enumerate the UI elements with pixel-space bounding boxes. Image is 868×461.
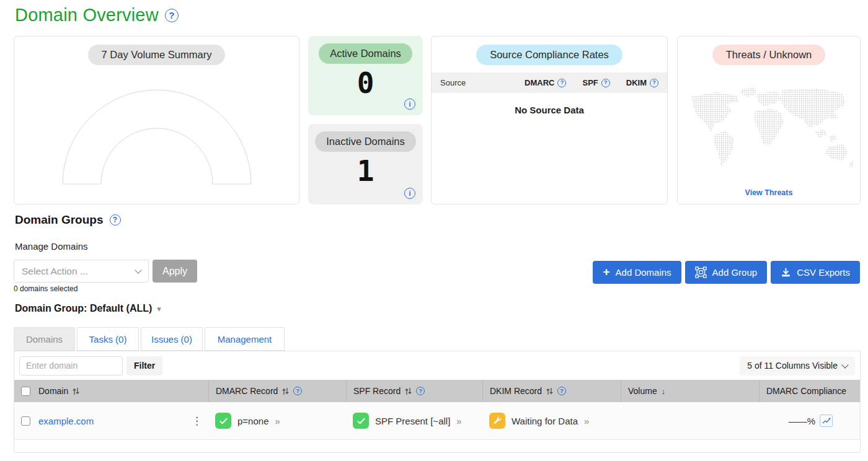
domain-groups-title: Domain Groups: [15, 213, 104, 227]
csv-exports-button[interactable]: CSV Exports: [771, 261, 860, 284]
header-dkim-record[interactable]: DKIM Record ?: [482, 380, 621, 402]
object-group-icon: [695, 266, 707, 278]
help-icon[interactable]: ?: [601, 79, 610, 87]
tab-domains[interactable]: Domains: [14, 327, 75, 351]
kebab-menu-icon[interactable]: ⋮: [192, 415, 202, 428]
expand-icon[interactable]: »: [456, 416, 461, 426]
table-header-row: Domain DMARC Record ? SPF Record: [14, 380, 860, 402]
filter-button[interactable]: Filter: [126, 356, 162, 375]
help-icon[interactable]: ?: [650, 79, 658, 87]
volume-gauge-chart: [61, 89, 253, 186]
select-all-checkbox[interactable]: [21, 387, 30, 396]
download-icon: [781, 267, 791, 278]
source-table-header: Source DMARC ? SPF ? DKIM ?: [432, 72, 667, 93]
expand-icon[interactable]: »: [584, 416, 589, 426]
view-threats-link[interactable]: View Threats: [678, 188, 860, 197]
tab-issues[interactable]: Issues (0): [141, 327, 203, 351]
row-checkbox[interactable]: [21, 416, 30, 426]
header-spf-label: SPF Record: [353, 386, 401, 396]
check-icon: [353, 413, 369, 429]
sort-icon[interactable]: [73, 387, 79, 395]
domain-groups-heading: Domain Groups ?: [15, 213, 121, 227]
tab-tasks[interactable]: Tasks (0): [77, 327, 139, 351]
spf-column-label: SPF: [582, 78, 598, 87]
dkim-column-label: DKIM: [626, 78, 647, 87]
page-title: Domain Overview: [15, 5, 159, 25]
header-dmarc-compliance[interactable]: DMARC Compliance: [759, 380, 860, 402]
inactive-domains-count: 1: [308, 156, 423, 187]
domain-link[interactable]: example.com: [38, 416, 94, 426]
header-volume[interactable]: Volume ↓: [621, 380, 759, 402]
add-group-button[interactable]: Add Group: [685, 261, 768, 284]
cell-domain: example.com ⋮: [14, 415, 208, 428]
table-row: example.com ⋮ p=none » SPF Present [~all…: [14, 402, 860, 440]
select-action-dropdown[interactable]: Select Action ...: [14, 260, 149, 283]
dkim-status-text: Waiting for Data: [512, 416, 578, 426]
inactive-domains-card: Inactive Domains 1 i: [308, 124, 423, 204]
cell-dmarc-compliance: ——%: [759, 415, 860, 427]
help-icon[interactable]: ?: [165, 9, 179, 22]
tab-management[interactable]: Management: [205, 327, 285, 351]
domain-overview-page: Domain Overview ? 7 Day Volume Summary A…: [0, 0, 868, 461]
add-group-label: Add Group: [712, 267, 758, 278]
inactive-domains-title: Inactive Domains: [315, 131, 416, 152]
help-icon[interactable]: ?: [557, 387, 566, 395]
sort-icon[interactable]: [405, 387, 412, 395]
header-spf-record[interactable]: SPF Record ?: [346, 380, 482, 402]
active-domains-title: Active Domains: [319, 43, 412, 64]
header-domain-label: Domain: [38, 386, 68, 396]
header-dkim-label: DKIM Record: [490, 386, 542, 396]
compliance-value: ——%: [789, 416, 815, 426]
dmarc-column: DMARC ?: [525, 78, 566, 87]
sort-icon[interactable]: [546, 387, 553, 395]
world-map-image: [683, 84, 856, 180]
wrench-icon: [489, 413, 505, 429]
columns-visible-label: 5 of 11 Columns Visible: [747, 361, 838, 371]
source-compliance-title: Source Compliance Rates: [476, 45, 622, 65]
header-dmarc-record[interactable]: DMARC Record ?: [208, 380, 346, 402]
manage-domains-label: Manage Domains: [15, 241, 88, 252]
active-domains-count: 0: [308, 68, 423, 99]
header-compliance-label: DMARC Compliance: [766, 386, 846, 396]
info-icon[interactable]: i: [404, 99, 415, 110]
header-domain[interactable]: Domain: [14, 380, 208, 402]
cell-dkim-record: Waiting for Data »: [482, 413, 621, 429]
add-domains-label: Add Domains: [616, 267, 671, 278]
cell-dmarc-record: p=none »: [208, 413, 346, 429]
cell-spf-record: SPF Present [~all] »: [346, 413, 482, 429]
header-volume-label: Volume: [628, 386, 657, 396]
header-dmarc-label: DMARC Record: [216, 386, 278, 396]
help-icon[interactable]: ?: [110, 214, 121, 226]
csv-exports-label: CSV Exports: [797, 267, 850, 278]
columns-visible-button[interactable]: 5 of 11 Columns Visible: [740, 356, 855, 375]
source-compliance-title-wrap: Source Compliance Rates: [432, 45, 667, 65]
action-buttons: + Add Domains Add Group CSV Exports: [593, 261, 860, 284]
no-source-data-message: No Source Data: [432, 105, 667, 115]
domain-filter-input[interactable]: [19, 356, 123, 375]
tab-bar: Domains Tasks (0) Issues (0) Management: [14, 327, 285, 351]
chart-icon[interactable]: [820, 415, 833, 427]
filter-bar: Filter 5 of 11 Columns Visible: [14, 351, 860, 380]
source-compliance-card: Source Compliance Rates Source DMARC ? S…: [431, 36, 668, 204]
domain-group-selector[interactable]: Domain Group: Default (ALL) ▾: [15, 303, 161, 314]
spf-column: SPF ?: [582, 78, 609, 87]
info-icon[interactable]: i: [404, 188, 415, 199]
threats-title: Threats / Unknown: [712, 45, 825, 65]
threats-card: Threats / Unknown View Threats: [677, 36, 861, 204]
active-domains-card: Active Domains 0 i: [308, 36, 423, 115]
caret-down-icon: ▾: [157, 304, 161, 314]
add-domains-button[interactable]: + Add Domains: [593, 261, 681, 284]
sort-descending-icon: ↓: [662, 387, 666, 396]
sort-icon[interactable]: [282, 387, 289, 395]
select-action-placeholder: Select Action ...: [22, 266, 88, 277]
source-column-label: Source: [440, 78, 466, 87]
help-icon[interactable]: ?: [557, 79, 566, 87]
help-icon[interactable]: ?: [416, 387, 425, 395]
spf-status-text: SPF Present [~all]: [375, 416, 450, 426]
apply-button[interactable]: Apply: [153, 260, 197, 283]
dmarc-status-text: p=none: [237, 416, 268, 426]
help-icon[interactable]: ?: [293, 387, 302, 395]
dkim-column: DKIM ?: [626, 78, 658, 87]
domain-group-selector-label: Domain Group: Default (ALL): [15, 303, 152, 314]
expand-icon[interactable]: »: [275, 416, 280, 426]
